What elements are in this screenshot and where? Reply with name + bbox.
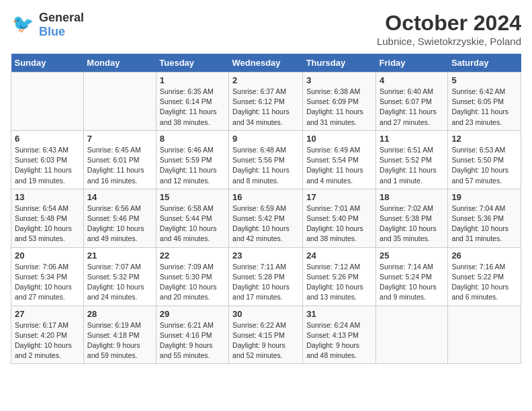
cell-w0-d6: 5Sunrise: 6:42 AM Sunset: 6:05 PM Daylig… <box>448 73 521 131</box>
day-number: 22 <box>160 250 225 261</box>
page-header: 🐦 General Blue October 2024 Lubnice, Swi… <box>11 11 521 47</box>
cell-w2-d5: 18Sunrise: 7:02 AM Sunset: 5:38 PM Dayli… <box>376 189 448 247</box>
day-info: Sunrise: 7:07 AM Sunset: 5:32 PM Dayligh… <box>87 262 152 303</box>
cell-w1-d2: 8Sunrise: 6:46 AM Sunset: 5:59 PM Daylig… <box>156 130 228 189</box>
day-info: Sunrise: 6:24 AM Sunset: 4:13 PM Dayligh… <box>306 320 372 361</box>
cell-w1-d5: 11Sunrise: 6:51 AM Sunset: 5:52 PM Dayli… <box>376 130 448 189</box>
header-tuesday: Tuesday <box>156 54 228 73</box>
cell-w4-d3: 30Sunrise: 6:22 AM Sunset: 4:15 PM Dayli… <box>229 306 303 364</box>
day-number: 2 <box>232 75 299 85</box>
cell-w0-d5: 4Sunrise: 6:40 AM Sunset: 6:07 PM Daylig… <box>376 73 448 131</box>
calendar-table: Sunday Monday Tuesday Wednesday Thursday… <box>11 54 521 364</box>
cell-w2-d6: 19Sunrise: 7:04 AM Sunset: 5:36 PM Dayli… <box>448 189 521 247</box>
day-info: Sunrise: 6:40 AM Sunset: 6:07 PM Dayligh… <box>380 87 444 128</box>
logo-general: General <box>39 11 84 24</box>
cell-w2-d3: 16Sunrise: 6:59 AM Sunset: 5:42 PM Dayli… <box>229 189 303 247</box>
day-info: Sunrise: 7:11 AM Sunset: 5:28 PM Dayligh… <box>232 262 299 303</box>
day-info: Sunrise: 6:48 AM Sunset: 5:56 PM Dayligh… <box>232 145 299 186</box>
title-block: October 2024 Lubnice, Swietokrzyskie, Po… <box>377 11 521 47</box>
day-number: 15 <box>160 192 225 202</box>
header-row: Sunday Monday Tuesday Wednesday Thursday… <box>11 54 521 73</box>
cell-w2-d4: 17Sunrise: 7:01 AM Sunset: 5:40 PM Dayli… <box>303 189 376 247</box>
cell-w4-d5 <box>376 306 448 364</box>
day-info: Sunrise: 7:14 AM Sunset: 5:24 PM Dayligh… <box>380 262 444 303</box>
day-number: 3 <box>306 75 372 85</box>
cell-w3-d1: 21Sunrise: 7:07 AM Sunset: 5:32 PM Dayli… <box>83 247 156 306</box>
header-monday: Monday <box>83 54 156 73</box>
day-number: 17 <box>306 192 372 202</box>
cell-w4-d1: 28Sunrise: 6:19 AM Sunset: 4:18 PM Dayli… <box>83 306 156 364</box>
cell-w0-d1 <box>83 73 156 131</box>
day-info: Sunrise: 6:59 AM Sunset: 5:42 PM Dayligh… <box>232 203 299 244</box>
cell-w3-d5: 25Sunrise: 7:14 AM Sunset: 5:24 PM Dayli… <box>376 247 448 306</box>
day-info: Sunrise: 7:06 AM Sunset: 5:34 PM Dayligh… <box>15 262 80 303</box>
week-row-2: 13Sunrise: 6:54 AM Sunset: 5:48 PM Dayli… <box>11 189 521 247</box>
day-info: Sunrise: 6:58 AM Sunset: 5:44 PM Dayligh… <box>160 203 225 244</box>
day-info: Sunrise: 7:02 AM Sunset: 5:38 PM Dayligh… <box>380 203 444 244</box>
day-number: 4 <box>380 75 444 85</box>
day-number: 21 <box>87 250 152 261</box>
cell-w0-d4: 3Sunrise: 6:38 AM Sunset: 6:09 PM Daylig… <box>303 73 376 131</box>
cell-w2-d1: 14Sunrise: 6:56 AM Sunset: 5:46 PM Dayli… <box>83 189 156 247</box>
cell-w4-d4: 31Sunrise: 6:24 AM Sunset: 4:13 PM Dayli… <box>303 306 376 364</box>
logo: 🐦 General Blue <box>11 11 84 39</box>
week-row-3: 20Sunrise: 7:06 AM Sunset: 5:34 PM Dayli… <box>11 247 521 306</box>
day-info: Sunrise: 7:16 AM Sunset: 5:22 PM Dayligh… <box>451 262 517 303</box>
week-row-1: 6Sunrise: 6:43 AM Sunset: 6:03 PM Daylig… <box>11 130 521 189</box>
day-number: 14 <box>87 192 152 202</box>
cell-w3-d3: 23Sunrise: 7:11 AM Sunset: 5:28 PM Dayli… <box>229 247 303 306</box>
cell-w0-d0 <box>11 73 84 131</box>
cell-w1-d3: 9Sunrise: 6:48 AM Sunset: 5:56 PM Daylig… <box>229 130 303 189</box>
day-number: 18 <box>380 192 444 202</box>
header-friday: Friday <box>376 54 448 73</box>
day-number: 24 <box>306 250 372 261</box>
day-info: Sunrise: 7:09 AM Sunset: 5:30 PM Dayligh… <box>160 262 225 303</box>
day-info: Sunrise: 6:42 AM Sunset: 6:05 PM Dayligh… <box>451 87 517 128</box>
logo-svg: 🐦 <box>11 11 36 36</box>
day-info: Sunrise: 7:01 AM Sunset: 5:40 PM Dayligh… <box>306 203 372 244</box>
day-number: 20 <box>15 250 80 261</box>
day-info: Sunrise: 6:43 AM Sunset: 6:03 PM Dayligh… <box>15 145 80 186</box>
calendar-header: Sunday Monday Tuesday Wednesday Thursday… <box>11 54 521 73</box>
day-number: 13 <box>15 192 80 202</box>
week-row-4: 27Sunrise: 6:17 AM Sunset: 4:20 PM Dayli… <box>11 306 521 364</box>
cell-w3-d4: 24Sunrise: 7:12 AM Sunset: 5:26 PM Dayli… <box>303 247 376 306</box>
cell-w0-d2: 1Sunrise: 6:35 AM Sunset: 6:14 PM Daylig… <box>156 73 228 131</box>
logo-blue: Blue <box>39 25 65 38</box>
header-thursday: Thursday <box>303 54 376 73</box>
sub-title: Lubnice, Swietokrzyskie, Poland <box>377 36 521 47</box>
day-number: 6 <box>15 134 80 144</box>
cell-w1-d4: 10Sunrise: 6:49 AM Sunset: 5:54 PM Dayli… <box>303 130 376 189</box>
day-info: Sunrise: 6:49 AM Sunset: 5:54 PM Dayligh… <box>306 145 372 186</box>
day-info: Sunrise: 6:38 AM Sunset: 6:09 PM Dayligh… <box>306 87 372 128</box>
day-number: 19 <box>451 192 517 202</box>
day-info: Sunrise: 6:21 AM Sunset: 4:16 PM Dayligh… <box>160 320 225 361</box>
cell-w0-d3: 2Sunrise: 6:37 AM Sunset: 6:12 PM Daylig… <box>229 73 303 131</box>
day-info: Sunrise: 6:46 AM Sunset: 5:59 PM Dayligh… <box>160 145 225 186</box>
cell-w2-d2: 15Sunrise: 6:58 AM Sunset: 5:44 PM Dayli… <box>156 189 228 247</box>
day-info: Sunrise: 6:56 AM Sunset: 5:46 PM Dayligh… <box>87 203 152 244</box>
calendar-body: 1Sunrise: 6:35 AM Sunset: 6:14 PM Daylig… <box>11 73 521 364</box>
day-number: 5 <box>451 75 517 85</box>
day-info: Sunrise: 6:54 AM Sunset: 5:48 PM Dayligh… <box>15 203 80 244</box>
cell-w2-d0: 13Sunrise: 6:54 AM Sunset: 5:48 PM Dayli… <box>11 189 84 247</box>
day-info: Sunrise: 6:35 AM Sunset: 6:14 PM Dayligh… <box>160 87 225 128</box>
day-number: 28 <box>87 309 152 319</box>
logo-bird-icon: 🐦 <box>11 11 36 39</box>
day-number: 23 <box>232 250 299 261</box>
day-info: Sunrise: 6:22 AM Sunset: 4:15 PM Dayligh… <box>232 320 299 361</box>
header-sunday: Sunday <box>11 54 84 73</box>
day-number: 9 <box>232 134 299 144</box>
day-info: Sunrise: 6:45 AM Sunset: 6:01 PM Dayligh… <box>87 145 152 186</box>
cell-w4-d6 <box>448 306 521 364</box>
cell-w3-d2: 22Sunrise: 7:09 AM Sunset: 5:30 PM Dayli… <box>156 247 228 306</box>
cell-w4-d2: 29Sunrise: 6:21 AM Sunset: 4:16 PM Dayli… <box>156 306 228 364</box>
cell-w3-d0: 20Sunrise: 7:06 AM Sunset: 5:34 PM Dayli… <box>11 247 84 306</box>
main-title: October 2024 <box>377 11 521 36</box>
day-info: Sunrise: 7:12 AM Sunset: 5:26 PM Dayligh… <box>306 262 372 303</box>
day-number: 30 <box>232 309 299 319</box>
day-info: Sunrise: 6:51 AM Sunset: 5:52 PM Dayligh… <box>380 145 444 186</box>
day-number: 26 <box>451 250 517 261</box>
day-info: Sunrise: 6:17 AM Sunset: 4:20 PM Dayligh… <box>15 320 80 361</box>
day-number: 11 <box>380 134 444 144</box>
